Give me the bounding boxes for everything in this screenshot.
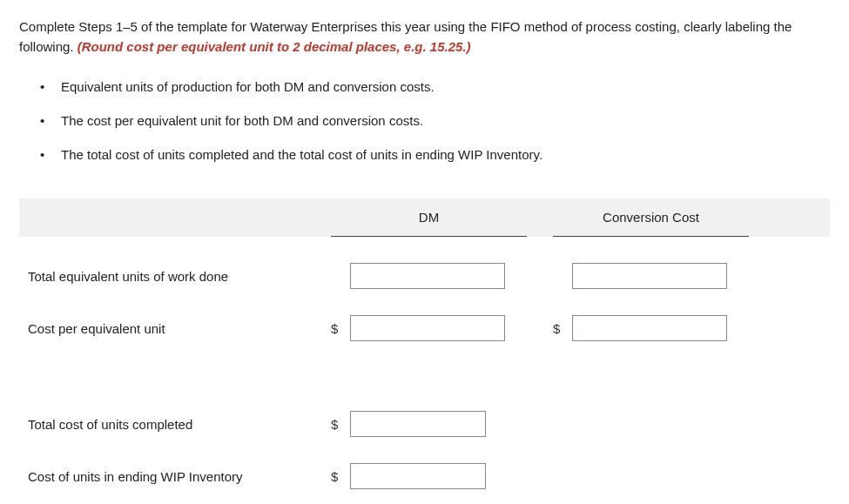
table-row: Total equivalent units of work done xyxy=(19,263,830,289)
currency-symbol: $ xyxy=(331,417,350,432)
instructions-block: Complete Steps 1–5 of the template for W… xyxy=(19,17,830,57)
bullet-list: Equivalent units of production for both … xyxy=(19,77,830,164)
list-item: The total cost of units completed and th… xyxy=(40,145,830,164)
table-row: Total cost of units completed $ xyxy=(19,411,830,437)
worksheet-table: DM Conversion Cost Total equivalent unit… xyxy=(19,198,830,489)
list-item: The cost per equivalent unit for both DM… xyxy=(40,111,830,130)
currency-symbol: $ xyxy=(331,469,350,484)
column-header-dm: DM xyxy=(331,198,527,237)
ending-wip-cost-input[interactable] xyxy=(350,463,486,489)
list-item: Equivalent units of production for both … xyxy=(40,77,830,96)
instructions-hint: (Round cost per equivalent unit to 2 dec… xyxy=(77,39,471,54)
row-label: Total cost of units completed xyxy=(19,417,331,432)
column-header-conversion: Conversion Cost xyxy=(553,198,749,237)
table-row: Cost of units in ending WIP Inventory $ xyxy=(19,463,830,489)
total-cost-completed-input[interactable] xyxy=(350,411,486,437)
table-header-row: DM Conversion Cost xyxy=(19,198,830,237)
row-label: Total equivalent units of work done xyxy=(19,269,331,284)
row-label: Cost of units in ending WIP Inventory xyxy=(19,469,331,484)
row-label: Cost per equivalent unit xyxy=(19,321,331,336)
currency-symbol: $ xyxy=(553,321,572,336)
equiv-units-dm-input[interactable] xyxy=(350,263,505,289)
table-row: Cost per equivalent unit $ $ xyxy=(19,315,830,341)
cost-per-unit-dm-input[interactable] xyxy=(350,315,505,341)
currency-symbol: $ xyxy=(331,321,350,336)
equiv-units-cc-input[interactable] xyxy=(572,263,727,289)
cost-per-unit-cc-input[interactable] xyxy=(572,315,727,341)
